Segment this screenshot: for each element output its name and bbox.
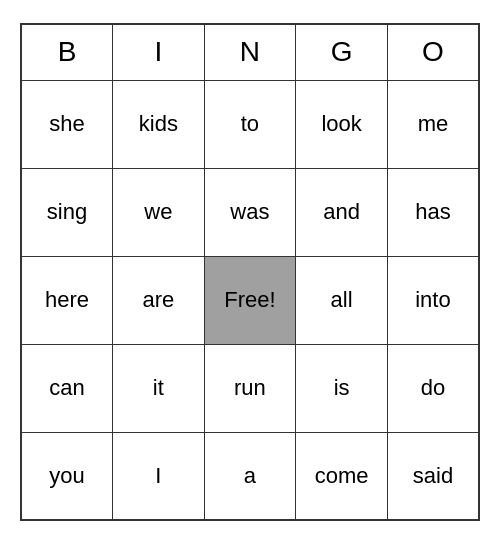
bingo-cell-0-4[interactable]: me [387, 80, 479, 168]
bingo-cell-1-2[interactable]: was [204, 168, 296, 256]
header-letter-n: N [204, 24, 296, 80]
bingo-cell-1-4[interactable]: has [387, 168, 479, 256]
bingo-cell-2-4[interactable]: into [387, 256, 479, 344]
header-letter-g: G [296, 24, 388, 80]
header-letter-o: O [387, 24, 479, 80]
bingo-cell-1-0[interactable]: sing [21, 168, 113, 256]
bingo-cell-4-2[interactable]: a [204, 432, 296, 520]
bingo-cell-4-1[interactable]: I [113, 432, 205, 520]
bingo-cell-2-3[interactable]: all [296, 256, 388, 344]
bingo-row-3: canitrunisdo [21, 344, 479, 432]
bingo-cell-2-2[interactable]: Free! [204, 256, 296, 344]
bingo-cell-3-4[interactable]: do [387, 344, 479, 432]
header-letter-i: I [113, 24, 205, 80]
bingo-cell-2-0[interactable]: here [21, 256, 113, 344]
bingo-cell-4-0[interactable]: you [21, 432, 113, 520]
bingo-row-4: youIacomesaid [21, 432, 479, 520]
bingo-cell-0-0[interactable]: she [21, 80, 113, 168]
bingo-cell-2-1[interactable]: are [113, 256, 205, 344]
bingo-row-1: singwewasandhas [21, 168, 479, 256]
bingo-cell-4-4[interactable]: said [387, 432, 479, 520]
bingo-row-0: shekidstolookme [21, 80, 479, 168]
bingo-cell-3-3[interactable]: is [296, 344, 388, 432]
bingo-cell-0-1[interactable]: kids [113, 80, 205, 168]
bingo-row-2: hereareFree!allinto [21, 256, 479, 344]
bingo-header-row: BINGO [21, 24, 479, 80]
bingo-cell-1-3[interactable]: and [296, 168, 388, 256]
bingo-card: BINGO shekidstolookmesingwewasandhashere… [20, 23, 480, 521]
bingo-cell-0-3[interactable]: look [296, 80, 388, 168]
header-letter-b: B [21, 24, 113, 80]
bingo-cell-1-1[interactable]: we [113, 168, 205, 256]
bingo-cell-3-2[interactable]: run [204, 344, 296, 432]
bingo-cell-4-3[interactable]: come [296, 432, 388, 520]
bingo-cell-0-2[interactable]: to [204, 80, 296, 168]
bingo-cell-3-1[interactable]: it [113, 344, 205, 432]
bingo-cell-3-0[interactable]: can [21, 344, 113, 432]
